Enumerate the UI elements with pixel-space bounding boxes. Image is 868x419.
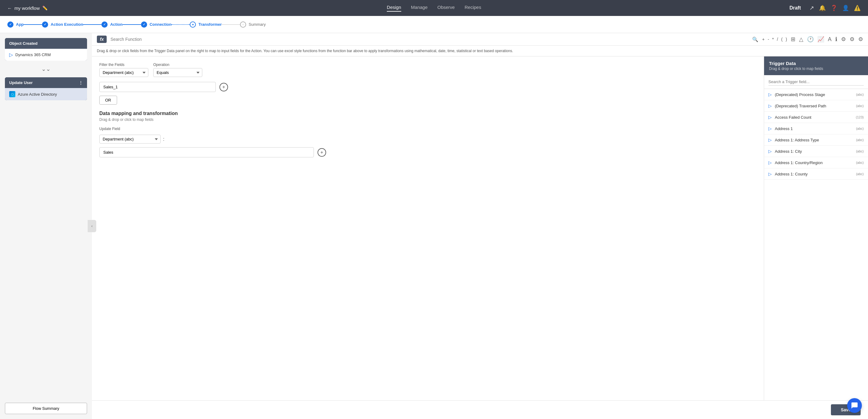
update-field-select[interactable]: Department (abc) <box>99 134 161 144</box>
step-circle-summary: ○ <box>240 22 246 28</box>
filter-field-group: Filter the Fields Department (abc) <box>99 63 148 77</box>
trigger-field-item[interactable]: ▷ (Deprecated) Traversed Path (abc) <box>764 100 868 112</box>
action-app: Azure Active Directory <box>18 92 57 97</box>
external-link-icon[interactable]: ↗ <box>809 5 814 11</box>
field-icon: ▷ <box>768 149 772 154</box>
filter-operation-label: Operation <box>153 63 202 67</box>
field-type: (abc) <box>856 172 864 176</box>
search-icon: 🔍 <box>752 36 758 42</box>
nav-tab-recipes[interactable]: Recipes <box>465 5 481 12</box>
step-summary[interactable]: ○ Summary <box>240 22 266 28</box>
add-filter-button[interactable]: + <box>219 83 228 91</box>
save-bar: Save <box>92 400 868 419</box>
trigger-search-input[interactable] <box>768 78 864 86</box>
field-name: Address 1: County <box>775 172 853 176</box>
action-body[interactable]: ⬡ Azure Active Directory <box>5 88 87 100</box>
chat-support-button[interactable] <box>847 398 862 413</box>
main-content: fx 🔍 + - * / ( ) ⊞ △ 🕐 📈 A ℹ ⚙ ⚙ ⚙ <box>92 33 868 419</box>
main-layout: Object Created ▷ Dynamics 365 CRM ⌄⌄ Upd… <box>0 33 868 419</box>
field-icon: ▷ <box>768 115 772 120</box>
filter-value-input[interactable] <box>99 82 216 92</box>
field-icon: ▷ <box>768 172 772 176</box>
formula-icon[interactable]: ⚙ <box>849 36 855 42</box>
trigger-panel-subtitle: Drag & drop or click to map fields <box>769 66 863 71</box>
info-icon[interactable]: ℹ <box>835 36 837 42</box>
flow-summary-button[interactable]: Flow Summary <box>5 403 87 414</box>
formula-toolbar-icons: ⊞ △ 🕐 📈 A ℹ ⚙ ⚙ ⚙ <box>791 36 863 42</box>
op-divide[interactable]: / <box>777 37 778 42</box>
step-action[interactable]: ✓ Action <box>101 22 122 28</box>
trigger-label: Object Created <box>9 41 37 46</box>
trigger-body[interactable]: ▷ Dynamics 365 CRM <box>5 49 87 61</box>
or-button[interactable]: OR <box>99 96 117 104</box>
collapse-handle[interactable]: ‹ <box>88 220 96 232</box>
trigger-field-item[interactable]: ▷ Address 1: Country/Region (abc) <box>764 157 868 169</box>
formula-search-input[interactable] <box>110 37 748 42</box>
field-name: (Deprecated) Process Stage <box>775 92 853 97</box>
chat-icon <box>851 402 858 409</box>
step-label-transformer: Transformer <box>198 22 222 27</box>
user-icon[interactable]: 👤 <box>842 5 849 11</box>
trigger-field-item[interactable]: ▷ Address 1: City (abc) <box>764 146 868 157</box>
bell-icon[interactable]: 🔔 <box>819 5 826 11</box>
alert-icon[interactable]: ⚠️ <box>854 5 861 11</box>
step-line-4 <box>171 24 190 25</box>
filter-field-select[interactable]: Department (abc) <box>99 68 148 77</box>
field-type: (123) <box>856 115 864 119</box>
line-chart-icon[interactable]: 📈 <box>817 36 824 42</box>
azure-icon: ⬡ <box>9 91 15 97</box>
trigger-block: Object Created ▷ Dynamics 365 CRM <box>5 38 87 61</box>
edit-icon[interactable]: ✏️ <box>42 5 48 10</box>
clock-icon[interactable]: 🕐 <box>807 36 814 42</box>
trigger-field-item[interactable]: ▷ Address 1: Address Type (abc) <box>764 134 868 146</box>
data-value-input[interactable] <box>99 147 314 157</box>
field-name: Address 1: Address Type <box>775 138 853 142</box>
trigger-field-item[interactable]: ▷ Address 1 (abc) <box>764 123 868 134</box>
flow-arrow: ⌄⌄ <box>5 64 87 73</box>
trigger-search-area <box>764 75 868 89</box>
step-app[interactable]: ✓ App <box>7 22 24 28</box>
field-name: Address 1: Country/Region <box>775 160 853 165</box>
op-open-paren[interactable]: ( <box>781 37 783 42</box>
step-label-summary: Summary <box>249 22 266 27</box>
data-input-row: + <box>99 147 756 157</box>
trigger-field-item[interactable]: ▷ Access Failed Count (123) <box>764 112 868 123</box>
nav-tab-manage[interactable]: Manage <box>411 5 428 12</box>
trigger-field-item[interactable]: ▷ (Deprecated) Process Stage (abc) <box>764 89 868 100</box>
field-type: (abc) <box>856 127 864 130</box>
workflow-title[interactable]: my workflow <box>14 5 40 11</box>
nav-tab-design[interactable]: Design <box>387 5 401 12</box>
chart-icon[interactable]: △ <box>799 36 803 42</box>
trigger-field-item[interactable]: ▷ Address 1: County (abc) <box>764 169 868 180</box>
op-close-paren[interactable]: ) <box>785 37 787 42</box>
settings-icon[interactable]: ⚙ <box>841 36 846 42</box>
nav-tab-observe[interactable]: Observe <box>437 5 455 12</box>
step-circle-connection: ✓ <box>141 22 147 28</box>
field-type: (abc) <box>856 93 864 96</box>
text-icon[interactable]: A <box>828 36 832 42</box>
step-action-execution[interactable]: ✓ Action Execution <box>42 22 83 28</box>
op-minus[interactable]: - <box>768 37 769 42</box>
add-data-button[interactable]: + <box>317 148 326 157</box>
filter-operation-select[interactable]: Equals <box>153 68 202 77</box>
back-button[interactable]: ← my workflow ✏️ <box>7 5 48 11</box>
trigger-panel-title: Trigger Data <box>769 61 863 66</box>
op-plus[interactable]: + <box>762 37 765 42</box>
step-connection[interactable]: ✓ Connection <box>141 22 172 28</box>
step-circle-action: ✓ <box>101 22 107 28</box>
help-icon[interactable]: ❓ <box>831 5 837 11</box>
colon-separator: : <box>163 137 164 142</box>
filter-row: Filter the Fields Department (abc) Opera… <box>99 63 756 77</box>
step-transformer[interactable]: ● Transformer <box>190 22 222 28</box>
step-label-action: Action <box>110 22 122 27</box>
action-menu-icon[interactable]: ⋮ <box>79 80 83 85</box>
data-mapping-title: Data mapping and transformation <box>99 111 756 116</box>
nav-tabs: Design Manage Observe Recipes <box>387 5 481 12</box>
step-label-action-execution: Action Execution <box>51 22 83 27</box>
field-type: (abc) <box>856 138 864 142</box>
trigger-data-panel: Trigger Data Drag & drop or click to map… <box>764 56 868 400</box>
op-multiply[interactable]: * <box>772 37 774 42</box>
advanced-icon[interactable]: ⚙ <box>858 36 863 42</box>
field-icon: ▷ <box>768 160 772 165</box>
grid-icon[interactable]: ⊞ <box>791 36 795 42</box>
